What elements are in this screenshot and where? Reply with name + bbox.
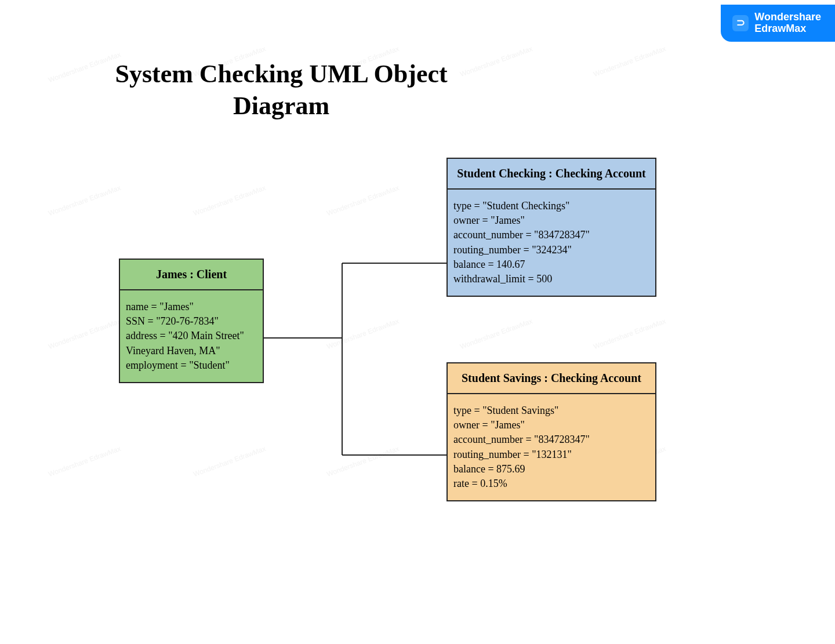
- uml-attribute: owner = "James": [453, 418, 649, 432]
- page-title: System Checking UML Object Diagram: [96, 58, 467, 122]
- uml-attribute: address = "420 Main Street": [126, 329, 257, 343]
- uml-object-header: James : Client: [120, 260, 263, 290]
- watermark-text: Wondershare EdrawMax: [48, 184, 122, 217]
- watermark-text: Wondershare EdrawMax: [593, 45, 667, 78]
- uml-attribute: owner = "James": [453, 213, 649, 228]
- watermark-text: Wondershare EdrawMax: [48, 445, 122, 478]
- watermark-text: Wondershare EdrawMax: [193, 445, 267, 478]
- uml-attribute: type = "Student Checkings": [453, 199, 649, 213]
- uml-object-client: James : Client name = "James" SSN = "720…: [119, 259, 264, 383]
- uml-attribute: routing_number = "132131": [453, 447, 649, 462]
- uml-object-checking: Student Checking : Checking Account type…: [446, 158, 656, 297]
- uml-object-attributes: name = "James" SSN = "720-76-7834" addre…: [120, 290, 263, 382]
- watermark-text: Wondershare EdrawMax: [459, 318, 533, 350]
- uml-attribute: balance = 140.67: [453, 257, 649, 272]
- uml-object-savings: Student Savings : Checking Account type …: [446, 362, 656, 501]
- uml-attribute: rate = 0.15%: [453, 476, 649, 491]
- edrawmax-icon: ⊃: [732, 15, 749, 31]
- uml-attribute: employment = "Student": [126, 358, 257, 373]
- watermark-text: Wondershare EdrawMax: [326, 445, 400, 478]
- watermark-text: Wondershare EdrawMax: [326, 184, 400, 217]
- uml-attribute: name = "James": [126, 300, 257, 314]
- uml-attribute: balance = 875.69: [453, 462, 649, 476]
- uml-attribute: account_number = "834728347": [453, 228, 649, 242]
- uml-object-attributes: type = "Student Checkings" owner = "Jame…: [448, 190, 655, 296]
- branding-line1: Wondershare: [754, 11, 821, 23]
- uml-attribute: routing_number = "324234": [453, 243, 649, 257]
- uml-attribute: Vineyard Haven, MA": [126, 344, 257, 358]
- watermark-text: Wondershare EdrawMax: [326, 318, 400, 350]
- watermark-text: Wondershare EdrawMax: [593, 318, 667, 350]
- branding-badge: ⊃ Wondershare EdrawMax: [721, 5, 835, 42]
- uml-attribute: type = "Student Savings": [453, 403, 649, 418]
- uml-object-attributes: type = "Student Savings" owner = "James"…: [448, 394, 655, 500]
- watermark-text: Wondershare EdrawMax: [48, 318, 122, 350]
- watermark-text: Wondershare EdrawMax: [459, 45, 533, 78]
- uml-attribute: withdrawal_limit = 500: [453, 272, 649, 286]
- uml-attribute: SSN = "720-76-7834": [126, 314, 257, 329]
- uml-object-header: Student Checking : Checking Account: [448, 159, 655, 190]
- uml-object-header: Student Savings : Checking Account: [448, 363, 655, 394]
- watermark-text: Wondershare EdrawMax: [193, 184, 267, 217]
- branding-text: Wondershare EdrawMax: [754, 12, 821, 35]
- uml-attribute: account_number = "834728347": [453, 432, 649, 447]
- branding-line2: EdrawMax: [754, 23, 806, 34]
